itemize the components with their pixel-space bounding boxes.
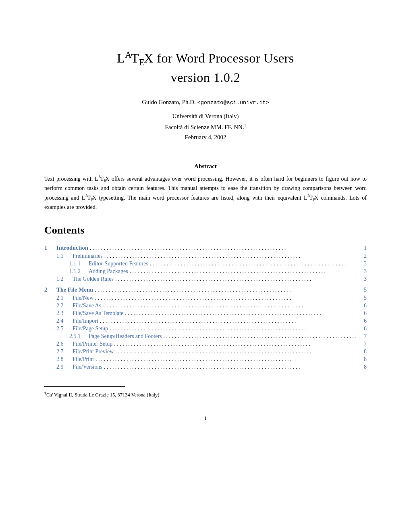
toc-subsec-2-7-label: File/Print Preview bbox=[73, 348, 114, 355]
version-line: version 1.0.2 bbox=[171, 70, 241, 85]
toc-subsubsec-2-5-1-dots bbox=[164, 333, 358, 340]
toc-subsubsec-2-5-1: 2.5.1 Page Setup/Headers and Footers 7 bbox=[44, 333, 367, 340]
contents-section: Contents 1 Introduction 1 1.1 Preliminar… bbox=[44, 224, 367, 370]
toc-subsec-2-6-dots bbox=[114, 341, 358, 347]
toc-subsec-2-3-page: 6 bbox=[359, 310, 367, 317]
toc-subsubsec-2-5-1-label: Page Setup/Headers and Footers bbox=[89, 333, 162, 340]
footnote-superscript: † bbox=[244, 123, 246, 127]
toc-subsec-2-2-page: 6 bbox=[359, 303, 367, 309]
toc-sec2-label: The File Menu bbox=[56, 286, 93, 293]
footnote-content: Ca' Vignal II, Strada Le Grazie 15, 3713… bbox=[46, 392, 159, 398]
toc-subsec-2-7-page: 8 bbox=[359, 348, 367, 355]
toc-section-1: 1 Introduction 1 bbox=[44, 244, 367, 251]
toc-subsec-2-8-page: 8 bbox=[359, 356, 367, 363]
toc-subsec-1-2-label: The Golden Rules bbox=[73, 276, 114, 282]
toc-sec1-number: 1 bbox=[44, 244, 56, 251]
abstract-title: Abstract bbox=[44, 163, 367, 170]
abstract-section: Abstract Text processing with LATEX offe… bbox=[44, 163, 367, 212]
document-date: February 4, 2002 bbox=[44, 132, 367, 143]
toc-sec1-label: Introduction bbox=[56, 244, 88, 251]
toc-subsec-2-2-number: 2.2 bbox=[56, 303, 73, 309]
page-number: i bbox=[44, 415, 367, 421]
toc-subsec-2-8-number: 2.8 bbox=[56, 356, 73, 363]
toc-subsubsec-1-1-2-dots bbox=[130, 268, 358, 275]
document-title: LATEX for Word Processor Users version 1… bbox=[44, 48, 367, 87]
toc-subsec-1-1-dots bbox=[104, 253, 358, 259]
toc-sec2-dots bbox=[95, 287, 358, 293]
contents-heading: Contents bbox=[44, 224, 367, 236]
toc-subsubsec-1-1-2: 1.1.2 Adding Packages 3 bbox=[44, 268, 367, 275]
toc-subsec-2-9-page: 8 bbox=[359, 364, 367, 370]
toc-subsec-2-3-label: File/Save As Template bbox=[73, 310, 123, 317]
toc-subsec-2-7-dots bbox=[115, 348, 358, 355]
toc-subsubsec-1-1-2-page: 3 bbox=[359, 268, 367, 275]
toc-subsec-2-6-number: 2.6 bbox=[56, 341, 73, 347]
toc-subsec-2-6-label: File/Printer Setup bbox=[73, 341, 112, 347]
toc-subsec-2-8: 2.8 File/Print 8 bbox=[44, 356, 367, 363]
toc-subsec-1-1-page: 2 bbox=[359, 253, 367, 259]
abstract-text: Text processing with LATEX offers severa… bbox=[44, 174, 367, 212]
toc-subsec-2-5-page: 6 bbox=[359, 325, 367, 332]
toc-subsec-2-8-dots bbox=[95, 356, 358, 363]
toc-subsec-1-1: 1.1 Preliminaries 2 bbox=[44, 253, 367, 259]
toc-subsec-2-6-page: 7 bbox=[359, 341, 367, 347]
toc-subsec-2-4: 2.4 File/Import 6 bbox=[44, 318, 367, 324]
toc-subsec-2-5-label: File/Page Setup bbox=[73, 325, 108, 332]
footnote-divider bbox=[44, 386, 125, 387]
title-block: LATEX for Word Processor Users version 1… bbox=[44, 48, 367, 87]
toc-subsubsec-2-5-1-page: 7 bbox=[359, 333, 367, 340]
toc-subsec-2-9-dots bbox=[104, 364, 358, 370]
toc-subsec-2-5: 2.5 File/Page Setup 6 bbox=[44, 325, 367, 332]
toc-subsec-2-4-label: File/Import bbox=[73, 318, 98, 324]
toc-subsec-2-1-number: 2.1 bbox=[56, 295, 73, 301]
toc-section-2: 2 The File Menu 5 bbox=[44, 286, 367, 293]
toc-subsec-1-2-page: 3 bbox=[359, 276, 367, 282]
toc-subsec-2-5-number: 2.5 bbox=[56, 325, 73, 332]
toc-subsec-2-7-number: 2.7 bbox=[56, 348, 73, 355]
toc-sec1-page: 1 bbox=[359, 244, 367, 251]
toc-subsubsec-1-1-1-label: Editor-Supported Features bbox=[89, 261, 148, 267]
toc-subsec-2-2-label: File/Save As... bbox=[73, 303, 106, 309]
toc-subsubsec-1-1-2-label: Adding Packages bbox=[89, 268, 128, 275]
toc-subsubsec-1-1-1-page: 3 bbox=[359, 261, 367, 267]
toc-subsec-2-6: 2.6 File/Printer Setup 7 bbox=[44, 341, 367, 347]
toc-subsec-2-3-number: 2.3 bbox=[56, 310, 73, 317]
toc-subsec-2-8-label: File/Print bbox=[73, 356, 94, 363]
toc-subsec-2-3-dots bbox=[125, 310, 358, 317]
toc-subsec-1-2: 1.2 The Golden Rules 3 bbox=[44, 276, 367, 282]
toc-subsec-2-4-page: 6 bbox=[359, 318, 367, 324]
faculty-text: Facoltà di Scienze MM. FF. NN. bbox=[165, 124, 244, 130]
toc-subsec-2-1-dots bbox=[95, 295, 358, 301]
toc-subsec-2-2-dots bbox=[107, 303, 358, 309]
author-name: Guido Gonzato, Ph.D. bbox=[142, 99, 196, 105]
footnote-text: †Ca' Vignal II, Strada Le Grazie 15, 371… bbox=[44, 390, 367, 399]
toc-subsubsec-1-1-1-number: 1.1.1 bbox=[69, 261, 89, 267]
toc-subsec-2-5-dots bbox=[110, 325, 358, 332]
toc-subsec-1-2-number: 1.2 bbox=[56, 276, 73, 282]
toc-subsec-2-9-number: 2.9 bbox=[56, 364, 73, 370]
toc-subsec-2-1-page: 5 bbox=[359, 295, 367, 301]
faculty-name: Facoltà di Scienze MM. FF. NN.† bbox=[44, 122, 367, 133]
toc-subsec-2-9: 2.9 File/Versions 8 bbox=[44, 364, 367, 370]
university-name: Università di Verona (Italy) bbox=[44, 111, 367, 122]
toc-sec2-page: 5 bbox=[359, 286, 367, 293]
toc-subsec-1-1-label: Preliminaries bbox=[73, 253, 103, 259]
toc-subsec-2-9-label: File/Versions bbox=[73, 364, 102, 370]
toc-subsubsec-1-1-2-number: 1.1.2 bbox=[69, 268, 89, 275]
toc-subsec-2-1: 2.1 File/New 5 bbox=[44, 295, 367, 301]
toc-sec1-dots bbox=[90, 245, 358, 251]
toc-subsec-2-7: 2.7 File/Print Preview 8 bbox=[44, 348, 367, 355]
toc-subsubsec-1-1-1-dots bbox=[150, 261, 358, 267]
affiliation-block: Università di Verona (Italy) Facoltà di … bbox=[44, 111, 367, 143]
toc-subsec-2-2: 2.2 File/Save As... 6 bbox=[44, 303, 367, 309]
toc-subsec-2-4-dots bbox=[100, 318, 358, 324]
toc-sec2-number: 2 bbox=[44, 286, 56, 293]
toc-subsec-1-2-dots bbox=[115, 276, 358, 282]
author-block: Guido Gonzato, Ph.D. <gonzato@sci.univr.… bbox=[44, 99, 367, 106]
toc-subsec-2-3: 2.3 File/Save As Template 6 bbox=[44, 310, 367, 317]
toc-subsec-1-1-number: 1.1 bbox=[56, 253, 73, 259]
toc-subsec-2-1-label: File/New bbox=[73, 295, 93, 301]
toc-subsubsec-2-5-1-number: 2.5.1 bbox=[69, 333, 89, 340]
toc-subsec-2-4-number: 2.4 bbox=[56, 318, 73, 324]
toc-subsubsec-1-1-1: 1.1.1 Editor-Supported Features 3 bbox=[44, 261, 367, 267]
